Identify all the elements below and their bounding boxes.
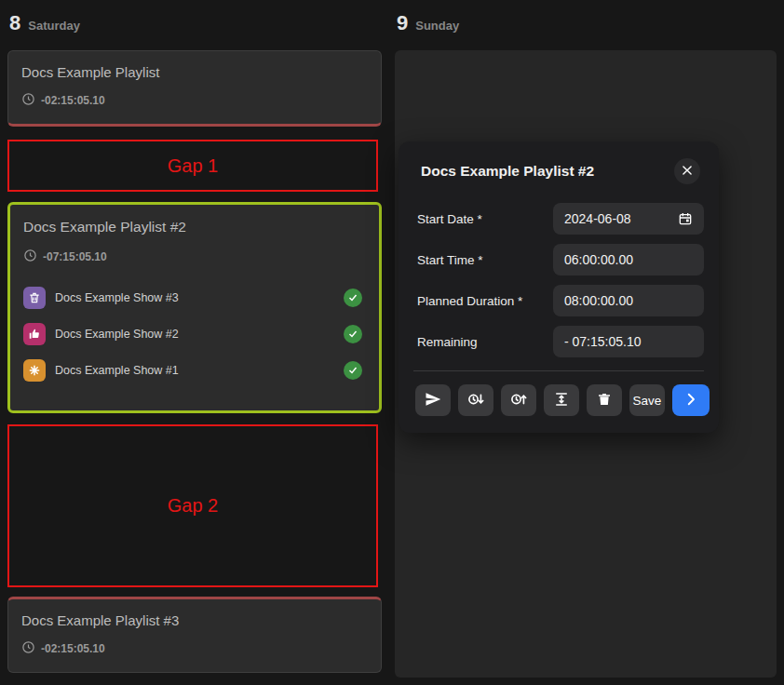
clock-icon — [21, 92, 35, 109]
gap-overlay-2: Gap 2 — [7, 424, 378, 587]
playlist-card[interactable]: Docs Example Playlist -02:15:05.10 — [7, 50, 382, 127]
playlist-editor-dialog: Docs Example Playlist #2 Start Date * 20… — [399, 141, 719, 433]
day-number: 9 — [397, 11, 408, 35]
show-title: Docs Example Show #3 — [55, 291, 334, 304]
gap-label: Gap 2 — [168, 495, 218, 517]
planned-duration-value: 08:00:00.00 — [564, 293, 633, 308]
remaining-input[interactable]: - 07:15:05.10 — [553, 326, 704, 357]
day-name: Saturday — [28, 19, 80, 33]
scheduler-page: 8 Saturday Docs Example Playlist -02:15:… — [0, 0, 784, 685]
fit-duration-icon — [553, 391, 570, 410]
close-button[interactable] — [674, 158, 700, 184]
day-number: 8 — [9, 11, 20, 35]
start-date-row: Start Date * 2024-06-08 — [413, 203, 704, 235]
duration-text: -07:15:05.10 — [43, 250, 107, 263]
gap-overlay-1: Gap 1 — [7, 140, 378, 192]
start-time-value: 06:00:00.00 — [564, 252, 633, 267]
time-up-button[interactable] — [501, 384, 536, 416]
playlist-duration: -07:15:05.10 — [23, 248, 366, 265]
remaining-label: Remaining — [413, 335, 553, 349]
playlist-card-selected[interactable]: Docs Example Playlist #2 -07:15:05.10 Do… — [7, 202, 382, 413]
check-circle-icon — [344, 289, 362, 307]
show-row[interactable]: Docs Example Show #2 — [23, 322, 366, 345]
dialog-header: Docs Example Playlist #2 — [421, 158, 700, 184]
fit-duration-button[interactable] — [544, 384, 579, 416]
day-header-sunday: 9 Sunday — [395, 7, 777, 50]
day-header-saturday: 8 Saturday — [7, 7, 382, 50]
show-title: Docs Example Show #2 — [55, 328, 334, 341]
gap-label: Gap 1 — [168, 155, 218, 177]
playlist-duration: -02:15:05.10 — [21, 640, 368, 657]
day-name: Sunday — [415, 19, 459, 33]
show-type-trash-icon — [23, 287, 46, 309]
close-icon — [681, 164, 694, 180]
dialog-toolbar: Save — [413, 384, 704, 418]
show-list: Docs Example Show #3 Docs Example Show #… — [23, 286, 366, 382]
start-date-label: Start Date * — [413, 212, 553, 226]
save-button[interactable]: Save — [629, 384, 665, 416]
clock-arrow-down-icon — [466, 390, 485, 411]
dialog-divider — [413, 370, 704, 371]
duration-text: -02:15:05.10 — [41, 94, 105, 107]
duration-text: -02:15:05.10 — [41, 642, 105, 655]
time-down-button[interactable] — [458, 384, 493, 416]
start-date-value: 2024-06-08 — [564, 211, 631, 226]
calendar-icon[interactable] — [678, 211, 693, 226]
send-button[interactable] — [415, 384, 451, 416]
check-circle-icon — [344, 361, 362, 380]
show-type-thumbs-up-icon — [23, 323, 46, 345]
send-icon — [425, 391, 441, 410]
playlist-duration: -02:15:05.10 — [21, 92, 368, 109]
show-row[interactable]: Docs Example Show #3 — [23, 286, 366, 309]
playlist-title: Docs Example Playlist #2 — [23, 219, 366, 235]
start-time-row: Start Time * 06:00:00.00 — [413, 244, 704, 275]
dialog-title: Docs Example Playlist #2 — [421, 163, 674, 180]
show-type-flower-icon — [23, 359, 46, 382]
playlist-title: Docs Example Playlist — [21, 64, 368, 81]
show-row[interactable]: Docs Example Show #1 — [23, 358, 366, 382]
next-button[interactable] — [672, 384, 710, 416]
planned-duration-input[interactable]: 08:00:00.00 — [553, 285, 704, 316]
playlist-card[interactable]: Docs Example Playlist #3 -02:15:05.10 — [7, 597, 382, 673]
clock-icon — [23, 248, 37, 265]
check-circle-icon — [344, 325, 362, 343]
clock-icon — [21, 640, 35, 657]
show-title: Docs Example Show #1 — [55, 364, 334, 377]
start-time-input[interactable]: 06:00:00.00 — [553, 244, 704, 275]
clock-arrow-up-icon — [509, 390, 528, 411]
trash-icon — [597, 392, 612, 410]
start-date-input[interactable]: 2024-06-08 — [553, 203, 704, 235]
planned-duration-label: Planned Duration * — [413, 294, 553, 308]
remaining-value: - 07:15:05.10 — [564, 334, 642, 349]
chevron-right-icon — [683, 391, 699, 410]
delete-button[interactable] — [587, 384, 622, 416]
planned-duration-row: Planned Duration * 08:00:00.00 — [413, 285, 704, 316]
remaining-row: Remaining - 07:15:05.10 — [413, 326, 704, 357]
playlist-title: Docs Example Playlist #3 — [21, 612, 368, 629]
start-time-label: Start Time * — [413, 253, 553, 267]
day-column-saturday: 8 Saturday Docs Example Playlist -02:15:… — [7, 7, 382, 678]
